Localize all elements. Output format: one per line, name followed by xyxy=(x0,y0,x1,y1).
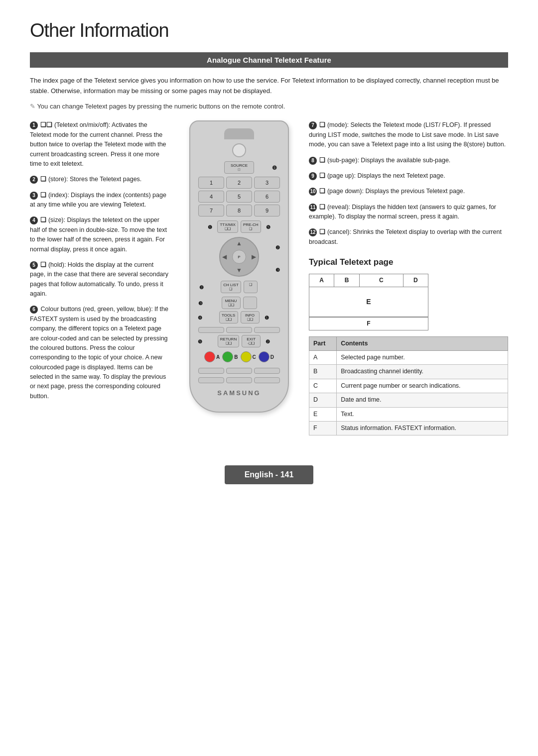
menu-button[interactable]: MENU ❑❑ xyxy=(222,297,241,309)
info-table: Part Contents A Selected page number. B … xyxy=(309,336,508,436)
blue-button[interactable] xyxy=(259,351,269,362)
teletext-bottom-f: F xyxy=(309,317,428,330)
label-left-2: ❷ xyxy=(199,284,204,290)
chlist-row: ❷ CH LIST ❑ ❑ xyxy=(195,281,283,293)
nav-down-arrow[interactable]: ▼ xyxy=(236,267,242,274)
info-button[interactable]: INFO ❑❑ ❶ xyxy=(241,311,260,324)
extra-1[interactable] xyxy=(198,327,224,333)
extra-9[interactable] xyxy=(254,377,280,383)
label-right-2: ❶ xyxy=(265,315,269,320)
source-button[interactable]: SOURCE ⊡ xyxy=(224,161,254,174)
list-item-8: 8 ❑ (sub-page): Displays the available s… xyxy=(309,156,508,165)
nav-ring: ▲ ▼ ◀ ▶ P xyxy=(219,237,259,277)
page-title: Other Information xyxy=(30,20,508,41)
extra-3[interactable] xyxy=(254,327,280,333)
table-row: E Text. xyxy=(309,407,508,421)
left-column: 1 ❑❑ (Teletext on/mix/off): Activates th… xyxy=(30,120,169,407)
ttx-mix-button[interactable]: TTX/MIX ❑❑ ❶ xyxy=(217,220,238,233)
list-item-10: 10 ❑ (page down): Displays the previous … xyxy=(309,187,508,196)
table-row: F Status information. FASTEXT informatio… xyxy=(309,421,508,435)
ch-list-button[interactable]: CH LIST ❑ xyxy=(221,281,241,293)
exit-button[interactable]: EXIT -❑❑ ❷ xyxy=(242,335,261,347)
list-item-11: 11 ❑ (reveal): Displays the hidden text … xyxy=(309,203,508,222)
label-left-5: ❺ xyxy=(198,338,202,344)
remote-power-button[interactable] xyxy=(232,143,246,157)
remote-control-container: SOURCE ⊡ ❶ 1 2 3 4 5 6 7 8 9 xyxy=(184,120,294,413)
table-header-contents: Contents xyxy=(337,336,508,350)
item-num-6: 6 xyxy=(30,306,38,314)
return-button[interactable]: RETURN ❑❑ xyxy=(218,335,239,347)
extra-btn-1[interactable]: ❑ xyxy=(244,281,258,293)
yellow-label: C xyxy=(253,354,256,360)
item-num-1: 1 xyxy=(30,121,38,129)
extra-btn-2[interactable] xyxy=(243,297,257,309)
note-text: You can change Teletext pages by pressin… xyxy=(30,102,508,112)
item-num-12: 12 xyxy=(309,228,317,236)
nav-up-arrow[interactable]: ▲ xyxy=(236,240,242,247)
extra-5[interactable] xyxy=(226,368,252,374)
table-cell-part-d: D xyxy=(309,393,337,407)
teletext-section: Typical Teletext page A B C D E F Part C… xyxy=(309,256,508,435)
label-right-nav-bot: ❸ xyxy=(275,267,280,273)
table-header-part: Part xyxy=(309,336,337,350)
remote-wrapper: SOURCE ⊡ ❶ 1 2 3 4 5 6 7 8 9 xyxy=(189,120,289,413)
label-left-4: ❹ xyxy=(198,315,202,320)
green-label: B xyxy=(234,354,238,360)
item-text-3: ❑ (index): Displays the index (contents)… xyxy=(30,192,166,208)
list-item-6: 6 Colour buttons (red, green, yellow, bl… xyxy=(30,305,169,401)
extra-2[interactable] xyxy=(226,327,252,333)
teletext-cell-a: A xyxy=(309,274,334,287)
yellow-button[interactable] xyxy=(241,351,252,362)
list-item-1: 1 ❑❑ (Teletext on/mix/off): Activates th… xyxy=(30,120,169,169)
table-cell-part-f: F xyxy=(309,421,337,435)
num-btn-8[interactable]: 8 xyxy=(226,205,252,216)
teletext-title: Typical Teletext page xyxy=(309,256,508,269)
item-num-11: 11 xyxy=(309,204,317,212)
table-cell-content-a: Selected page number. xyxy=(337,351,508,365)
table-row: B Broadcasting channel identity. xyxy=(309,365,508,379)
teletext-cell-d: D xyxy=(404,274,428,287)
item-text-2: ❑ (store): Stores the Teletext pages. xyxy=(40,176,141,183)
num-btn-7[interactable]: 7 xyxy=(198,205,224,216)
num-btn-1[interactable]: 1 xyxy=(198,177,224,189)
list-item-3: 3 ❑ (index): Displays the index (content… xyxy=(30,191,169,210)
right-column: 7 ❑ (mode): Selects the Teletext mode (L… xyxy=(309,120,508,435)
num-btn-6[interactable]: 6 xyxy=(254,191,280,203)
source-label: SOURCE xyxy=(227,163,252,168)
label-num-left-1: ❶ xyxy=(208,224,212,229)
item-text-7: ❑ (mode): Selects the Teletext mode (LIS… xyxy=(309,121,506,148)
num-btn-4[interactable]: 4 xyxy=(198,191,224,203)
blue-label: D xyxy=(270,354,274,360)
table-cell-content-d: Date and time. xyxy=(337,393,508,407)
table-row: A Selected page number. xyxy=(309,351,508,365)
nav-ok-button[interactable]: P xyxy=(232,250,246,264)
item-text-5: ❑ (hold): Holds the display at the curre… xyxy=(30,261,168,297)
green-button[interactable] xyxy=(222,351,233,362)
num-btn-5[interactable]: 5 xyxy=(226,191,252,203)
table-row: C Current page number or search indicati… xyxy=(309,379,508,393)
extra-4[interactable] xyxy=(198,368,224,374)
item-num-9: 9 xyxy=(309,172,317,180)
red-button[interactable] xyxy=(204,351,215,362)
label-right-3: ❷ xyxy=(266,338,270,344)
item-text-8: ❑ (sub-page): Displays the available sub… xyxy=(319,157,450,164)
extra-7[interactable] xyxy=(198,377,224,383)
item-num-8: 8 xyxy=(309,157,317,165)
list-item-7: 7 ❑ (mode): Selects the Teletext mode (L… xyxy=(309,120,508,149)
nav-left-arrow[interactable]: ◀ xyxy=(222,253,227,260)
num-btn-3[interactable]: 3 xyxy=(254,177,280,189)
tools-button[interactable]: TOOLS ❑❑ xyxy=(219,311,238,324)
item-text-10: ❑ (page down): Displays the previous Tel… xyxy=(319,188,465,195)
pre-ch-button[interactable]: PRE-CH ❑ ❺ xyxy=(241,220,261,233)
extra-6[interactable] xyxy=(254,368,280,374)
nav-right-arrow[interactable]: ▶ xyxy=(252,253,256,260)
extra-8[interactable] xyxy=(226,377,252,383)
num-btn-9[interactable]: 9 xyxy=(254,205,280,216)
intro-text: The index page of the Teletext service g… xyxy=(30,76,508,97)
item-text-11: ❑ (reveal): Displays the hidden text (an… xyxy=(309,204,496,220)
num-btn-2[interactable]: 2 xyxy=(226,177,252,189)
remote-top-speaker xyxy=(224,128,254,139)
teletext-cell-b: B xyxy=(334,274,359,287)
item-num-10: 10 xyxy=(309,188,317,196)
number-grid: 1 2 3 4 5 6 7 8 9 xyxy=(195,177,283,216)
